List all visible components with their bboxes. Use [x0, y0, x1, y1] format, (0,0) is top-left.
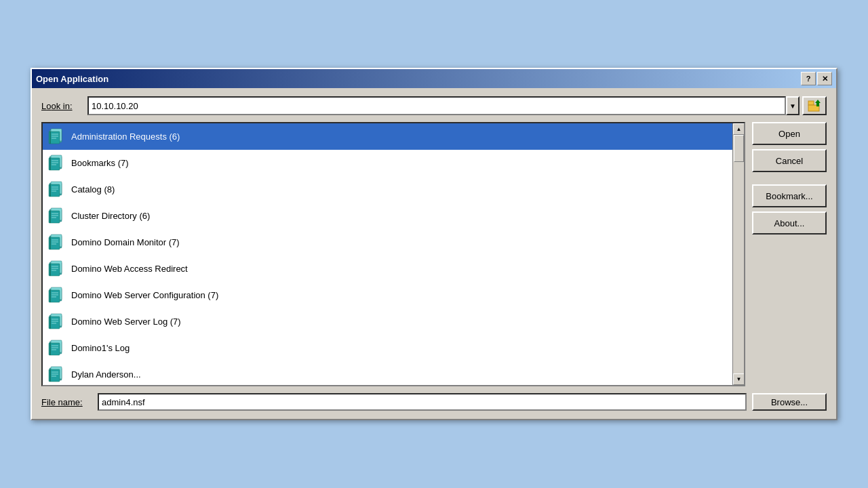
file-list-inner: Administration Requests (6) Bookmarks (7… [43, 123, 732, 385]
svg-rect-3 [816, 103, 819, 106]
svg-marker-2 [815, 100, 821, 103]
action-buttons: Open Cancel Bookmark... About... [752, 122, 827, 386]
list-item[interactable]: Domino Web Server Log (7) [43, 308, 732, 335]
list-item[interactable]: Domino Domain Monitor (7) [43, 229, 732, 256]
list-item-label: Domino Web Server Log (7) [71, 317, 181, 327]
list-item-label: Domino1's Log [71, 343, 130, 353]
title-bar: Open Application ? ✕ [32, 69, 836, 88]
look-in-row: Look in: ▼ [41, 96, 827, 115]
bookmark-button[interactable]: Bookmark... [752, 184, 827, 207]
filename-label: File name: [41, 397, 92, 407]
main-area: Administration Requests (6) Bookmarks (7… [41, 122, 827, 386]
filename-row: File name: Browse... [41, 393, 827, 411]
browse-button[interactable]: Browse... [752, 393, 827, 411]
scroll-track[interactable] [733, 135, 744, 373]
list-item-label: Administration Requests (6) [71, 131, 180, 142]
book-icon [47, 260, 66, 277]
help-button[interactable]: ? [801, 72, 816, 85]
file-list-container: Administration Requests (6) Bookmarks (7… [41, 122, 745, 386]
look-in-input[interactable] [87, 96, 786, 115]
scrollbar: ▲ ▼ [732, 123, 744, 385]
book-icon [47, 365, 66, 383]
book-icon [47, 312, 66, 330]
list-item-label: Domino Domain Monitor (7) [71, 237, 180, 247]
scroll-down-button[interactable]: ▼ [733, 373, 745, 385]
navigate-up-icon [807, 98, 822, 113]
list-item[interactable]: Domino Web Server Configuration (7) [43, 282, 732, 308]
book-icon [47, 127, 66, 145]
scroll-up-button[interactable]: ▲ [733, 123, 745, 135]
titlebar-buttons: ? ✕ [801, 72, 832, 85]
close-button[interactable]: ✕ [817, 72, 832, 85]
scroll-thumb[interactable] [734, 135, 744, 162]
look-in-label: Look in: [41, 101, 82, 111]
book-icon [47, 207, 66, 224]
list-item-label: Bookmarks (7) [71, 158, 129, 168]
list-item-label: Domino Web Access Redirect [71, 264, 188, 274]
list-item-label: Dylan Anderson... [71, 369, 141, 380]
separator [752, 176, 827, 180]
about-button[interactable]: About... [752, 211, 827, 235]
list-item[interactable]: Domino1's Log [43, 335, 732, 361]
list-item-label: Domino Web Server Configuration (7) [71, 290, 218, 300]
book-icon [47, 154, 66, 171]
look-in-wrapper: ▼ [87, 96, 827, 115]
list-item[interactable]: Domino Web Access Redirect [43, 256, 732, 282]
list-item[interactable]: Catalog (8) [43, 176, 732, 203]
look-in-combo: ▼ [87, 96, 800, 115]
list-item[interactable]: Cluster Directory (6) [43, 203, 732, 229]
book-icon [47, 339, 66, 357]
book-icon [47, 180, 66, 198]
book-icon [47, 286, 66, 304]
file-list: Administration Requests (6) Bookmarks (7… [43, 123, 732, 385]
open-application-dialog: Open Application ? ✕ Look in: ▼ [31, 68, 837, 420]
filename-input[interactable] [98, 393, 747, 411]
book-icon [47, 233, 66, 251]
navigate-up-button[interactable] [802, 96, 827, 115]
list-item-label: Cluster Directory (6) [71, 211, 150, 221]
svg-rect-0 [808, 101, 814, 105]
dialog-overlay: Open Application ? ✕ Look in: ▼ [0, 0, 868, 488]
list-item[interactable]: Administration Requests (6) [43, 123, 732, 150]
cancel-button[interactable]: Cancel [752, 149, 827, 172]
dialog-content: Look in: ▼ [32, 88, 836, 419]
open-button[interactable]: Open [752, 122, 827, 145]
list-item[interactable]: Dylan Anderson... [43, 361, 732, 385]
list-item[interactable]: Bookmarks (7) [43, 150, 732, 176]
dialog-title: Open Application [36, 74, 108, 84]
list-item-label: Catalog (8) [71, 184, 115, 195]
look-in-dropdown-button[interactable]: ▼ [786, 96, 800, 115]
